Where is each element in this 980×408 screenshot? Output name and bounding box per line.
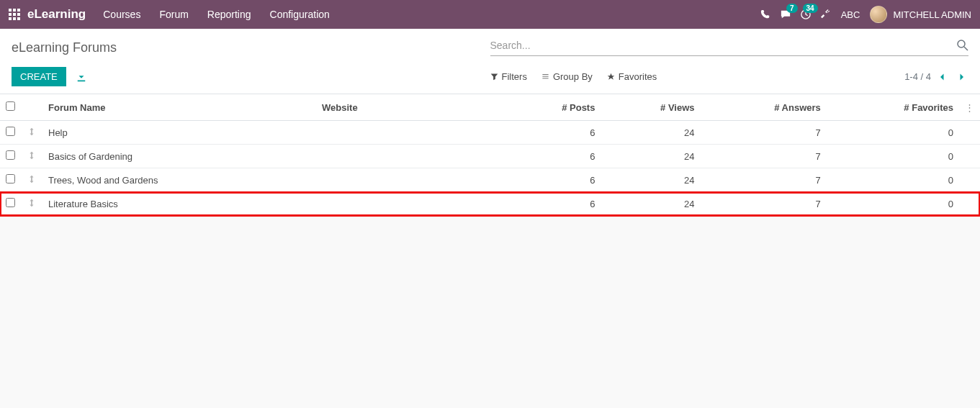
funnel-icon [490,73,498,81]
avatar[interactable] [870,6,887,23]
search-icon[interactable] [957,40,968,51]
row-checkbox[interactable] [6,198,15,207]
filters-label: Filters [502,71,527,82]
row-checkbox[interactable] [6,174,15,183]
cell-name: Basics of Gardening [42,145,316,168]
cell-answers: 7 [701,145,827,168]
cell-favorites: 0 [827,145,959,168]
table-row[interactable]: Help62470 [0,121,980,145]
control-panel: eLearning Forums Create Filters Group By… [0,29,980,94]
svg-rect-7 [13,17,16,20]
svg-rect-0 [9,9,12,12]
create-button[interactable]: Create [12,67,66,86]
th-favorites[interactable]: # Favorites [827,94,959,121]
cell-posts: 6 [503,145,601,168]
cell-posts: 6 [503,121,601,145]
svg-rect-4 [13,13,16,16]
th-answers[interactable]: # Answers [701,94,827,121]
cell-favorites: 0 [827,168,959,192]
chat-icon[interactable]: 7 [781,9,791,19]
search-bar[interactable] [490,35,969,56]
empty-area [0,216,980,408]
svg-rect-3 [9,13,12,16]
drag-handle-icon[interactable] [21,121,42,145]
abc-text[interactable]: ABC [841,9,860,20]
clock-icon[interactable]: 34 [801,9,811,19]
pager-prev[interactable] [935,70,950,84]
chat-badge: 7 [786,4,798,13]
clock-badge: 34 [803,4,818,13]
star-icon [607,73,615,81]
groupby-label: Group By [553,71,593,82]
favorites-label: Favorites [619,71,657,82]
nav-link-reporting[interactable]: Reporting [207,9,251,20]
cell-name: Help [42,121,316,145]
pager: 1-4 / 4 [904,70,968,84]
favorites-button[interactable]: Favorites [607,71,657,82]
table-row[interactable]: Trees, Wood and Gardens62470 [0,168,980,192]
cell-website [316,168,503,192]
cell-views: 24 [601,121,700,145]
svg-rect-2 [17,9,20,12]
phone-icon[interactable] [760,9,770,19]
forums-table: Forum Name Website # Posts # Views # Ans… [0,94,980,216]
cell-name: Literature Basics [42,192,316,216]
pager-next[interactable] [954,70,968,84]
user-name[interactable]: MITCHELL ADMIN [893,9,971,20]
row-checkbox[interactable] [6,127,15,136]
groupby-button[interactable]: Group By [541,71,593,82]
svg-point-10 [958,40,965,47]
select-all-checkbox[interactable] [6,101,15,111]
cell-answers: 7 [701,192,827,216]
svg-rect-6 [9,17,12,20]
drag-handle-icon[interactable] [21,168,42,192]
table-header-row: Forum Name Website # Posts # Views # Ans… [0,94,980,121]
nav-link-courses[interactable]: Courses [103,9,140,20]
cell-views: 24 [601,145,700,168]
cell-answers: 7 [701,168,827,192]
page-title: eLearning Forums [12,35,490,60]
search-input[interactable] [490,40,958,51]
drag-handle-icon[interactable] [21,145,42,168]
cell-favorites: 0 [827,192,959,216]
cell-views: 24 [601,168,700,192]
cell-views: 24 [601,192,700,216]
apps-icon[interactable] [9,9,20,20]
svg-rect-5 [17,13,20,16]
th-posts[interactable]: # Posts [503,94,601,121]
cell-answers: 7 [701,121,827,145]
cell-posts: 6 [503,192,601,216]
th-views[interactable]: # Views [601,94,700,121]
tools-icon[interactable] [821,9,831,19]
cell-name: Trees, Wood and Gardens [42,168,316,192]
list-icon [541,73,549,81]
cell-website [316,145,503,168]
brand-title[interactable]: eLearning [27,7,86,22]
cell-posts: 6 [503,168,601,192]
nav-link-configuration[interactable]: Configuration [270,9,330,20]
th-options[interactable]: ⋮ [959,94,980,121]
drag-handle-icon[interactable] [21,192,42,216]
filters-button[interactable]: Filters [490,71,527,82]
top-nav: eLearning Courses Forum Reporting Config… [0,0,980,29]
pager-text[interactable]: 1-4 / 4 [904,71,931,82]
th-website[interactable]: Website [316,94,503,121]
table-row[interactable]: Basics of Gardening62470 [0,145,980,168]
svg-rect-8 [17,17,20,20]
table-row[interactable]: Literature Basics62470 [0,192,980,216]
cell-website [316,192,503,216]
svg-rect-1 [13,9,16,12]
cell-website [316,121,503,145]
th-name[interactable]: Forum Name [42,94,316,121]
nav-link-forum[interactable]: Forum [159,9,188,20]
row-checkbox[interactable] [6,150,15,160]
import-icon[interactable] [76,72,86,82]
cell-favorites: 0 [827,121,959,145]
